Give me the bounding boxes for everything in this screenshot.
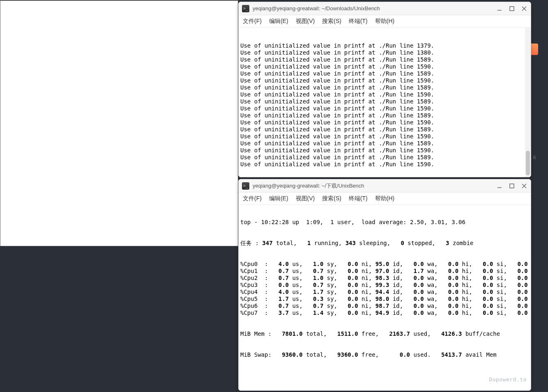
terminal-output[interactable]: top - 10:22:28 up 1:09, 1 user, load ave… [239, 205, 531, 390]
left-blank-panel [0, 0, 238, 246]
maximize-button[interactable] [509, 5, 515, 12]
watermark: Dupowerd.to [489, 376, 527, 383]
menu-item[interactable]: 帮助(H) [375, 18, 394, 25]
cpu-line: %Cpu1 : 0.7 us, 0.7 sy, 0.0 ni, 97.0 id,… [239, 268, 531, 275]
cpu-line: %Cpu3 : 0.0 us, 0.7 sy, 0.0 ni, 99.3 id,… [239, 282, 531, 289]
menu-item[interactable]: 编辑(E) [269, 18, 288, 25]
output-line: Use of uninitialized value in printf at … [240, 112, 529, 119]
cpu-line: %Cpu4 : 4.0 us, 1.7 sy, 0.0 ni, 94.4 id,… [239, 289, 531, 296]
output-line: Use of uninitialized value in printf at … [240, 77, 529, 84]
desktop: { "left_panel": {}, "bg": { "red_label":… [0, 0, 548, 392]
svg-rect-1 [510, 184, 514, 188]
menu-item[interactable]: 编辑(E) [269, 195, 288, 202]
menubar: 文件(F)编辑(E)视图(V)搜索(S)终端(T)帮助(H) [239, 15, 531, 28]
output-line: Use of uninitialized value in printf at … [240, 56, 529, 63]
output-line: Use of uninitialized value in printf at … [240, 70, 529, 77]
terminal-icon: >_ [242, 182, 249, 190]
output-line: Use of uninitialized value in printf at … [240, 140, 529, 147]
terminal-window-top[interactable]: >_ yeqiang@yeqiang-greatwall: ~/下载/UnixB… [238, 179, 531, 391]
minimize-button[interactable] [496, 183, 503, 189]
output-line: Use of uninitialized value in printf at … [240, 84, 529, 91]
cpu-line: %Cpu7 : 3.7 us, 1.4 sy, 0.0 ni, 94.9 id,… [239, 309, 531, 316]
top-mem-line: MiB Mem : 7801.0 total, 1511.0 free, 216… [239, 330, 531, 337]
scrollbar[interactable] [525, 28, 531, 177]
menu-item[interactable]: 视图(V) [296, 18, 315, 25]
output-line: Use of uninitialized value in printf at … [240, 161, 529, 168]
close-button[interactable] [521, 183, 527, 189]
menu-item[interactable]: 文件(F) [243, 195, 262, 202]
titlebar[interactable]: >_ yeqiang@yeqiang-greatwall: ~/Download… [239, 2, 531, 15]
cpu-line: %Cpu0 : 4.0 us, 1.0 sy, 0.0 ni, 95.0 id,… [239, 261, 531, 268]
output-line: Use of uninitialized value in printf at … [240, 98, 529, 105]
cpu-line: %Cpu5 : 1.7 us, 0.3 sy, 0.0 ni, 98.0 id,… [239, 296, 531, 303]
cpu-line: %Cpu2 : 0.7 us, 1.0 sy, 0.0 ni, 98.3 id,… [239, 275, 531, 282]
output-line: Use of uninitialized value in printf at … [240, 147, 529, 154]
menu-item[interactable]: 搜索(S) [322, 195, 341, 202]
scrollbar-thumb[interactable] [526, 151, 530, 175]
menubar: 文件(F)编辑(E)视图(V)搜索(S)终端(T)帮助(H) [239, 193, 531, 205]
output-line: Use of uninitialized value in printf at … [240, 42, 529, 49]
menu-item[interactable]: 搜索(S) [322, 18, 341, 25]
minimize-button[interactable] [496, 5, 503, 12]
window-title: yeqiang@yeqiang-greatwall: ~/下载/UnixBenc… [253, 182, 496, 190]
output-line: Use of uninitialized value in printf at … [240, 119, 529, 126]
cpu-line: %Cpu6 : 0.7 us, 0.7 sy, 0.0 ni, 98.7 id,… [239, 303, 531, 309]
terminal-output[interactable]: Use of uninitialized value in printf at … [239, 28, 531, 177]
svg-rect-0 [510, 7, 514, 11]
close-button[interactable] [521, 5, 527, 12]
maximize-button[interactable] [509, 183, 515, 189]
output-line: Use of uninitialized value in printf at … [240, 91, 529, 98]
terminal-window-unixbench[interactable]: >_ yeqiang@yeqiang-greatwall: ~/Download… [238, 2, 531, 177]
top-tasks-line: 任务 : 347 total, 1 running, 343 sleeping,… [239, 240, 531, 247]
menu-item[interactable]: 终端(T) [349, 18, 368, 25]
menu-item[interactable]: 文件(F) [243, 18, 262, 25]
top-swap-line: MiB Swap: 9360.0 total, 9360.0 free, 0.0… [239, 351, 531, 358]
terminal-icon: >_ [242, 5, 249, 12]
output-line: Use of uninitialized value in printf at … [240, 126, 529, 133]
window-title: yeqiang@yeqiang-greatwall: ~/Downloads/U… [253, 5, 496, 11]
menu-item[interactable]: 视图(V) [296, 195, 315, 202]
menu-item[interactable]: 终端(T) [349, 195, 368, 202]
output-line: Use of uninitialized value in printf at … [240, 49, 529, 56]
menu-item[interactable]: 帮助(H) [375, 195, 394, 202]
titlebar[interactable]: >_ yeqiang@yeqiang-greatwall: ~/下载/UnixB… [239, 179, 531, 193]
top-uptime-line: top - 10:22:28 up 1:09, 1 user, load ave… [239, 219, 531, 226]
output-line: Use of uninitialized value in printf at … [240, 154, 529, 161]
output-line: Use of uninitialized value in printf at … [240, 105, 529, 112]
output-line: Use of uninitialized value in printf at … [240, 63, 529, 70]
output-line: Use of uninitialized value in printf at … [240, 133, 529, 140]
